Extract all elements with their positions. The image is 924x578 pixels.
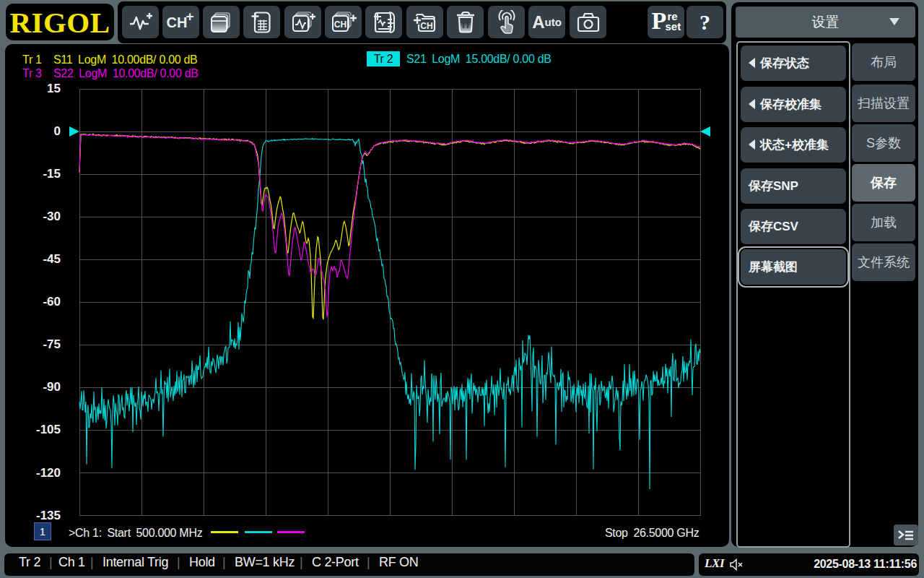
- svg-text:CH: CH: [334, 20, 346, 30]
- svg-text:CH: CH: [420, 20, 432, 30]
